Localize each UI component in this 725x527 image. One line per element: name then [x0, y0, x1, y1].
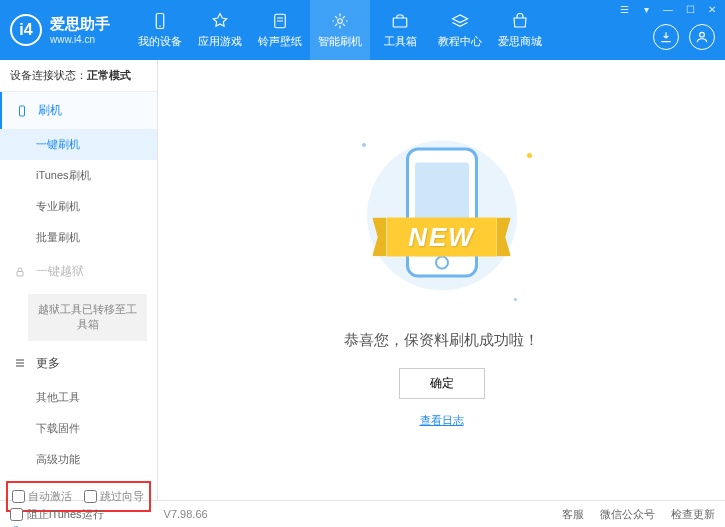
sidebar-item-batch-flash[interactable]: 批量刷机 — [0, 222, 157, 253]
nav-my-device[interactable]: 我的设备 — [130, 0, 190, 60]
lock-icon — [14, 266, 28, 278]
nav-label: 智能刷机 — [318, 34, 362, 49]
view-log-link[interactable]: 查看日志 — [420, 413, 464, 428]
download-button[interactable] — [653, 24, 679, 50]
app-subtitle: www.i4.cn — [50, 34, 110, 45]
nav-label: 教程中心 — [438, 34, 482, 49]
app-title: 爱思助手 — [50, 15, 110, 34]
svg-point-3 — [338, 19, 343, 24]
phone-icon — [16, 105, 30, 117]
nav-label: 应用游戏 — [198, 34, 242, 49]
nav-toolbox[interactable]: 工具箱 — [370, 0, 430, 60]
sidebar-item-itunes-flash[interactable]: iTunes刷机 — [0, 160, 157, 191]
success-illustration: NEW — [342, 133, 542, 313]
logo-icon: i4 — [10, 14, 42, 46]
sidebar-item-pro-flash[interactable]: 专业刷机 — [0, 191, 157, 222]
success-message: 恭喜您，保资料刷机成功啦！ — [344, 331, 539, 350]
nav-tutorials[interactable]: 教程中心 — [430, 0, 490, 60]
store-icon — [510, 11, 530, 31]
nav-label: 我的设备 — [138, 34, 182, 49]
auto-activate-checkbox[interactable]: 自动激活 — [12, 489, 72, 504]
list-icon — [14, 357, 28, 369]
nav-ringtones[interactable]: 铃声壁纸 — [250, 0, 310, 60]
window-controls: ☰ ▾ — ☐ ✕ — [617, 4, 719, 15]
sidebar-item-other-tools[interactable]: 其他工具 — [0, 382, 157, 413]
sidebar-item-onekey-flash[interactable]: 一键刷机 — [0, 129, 157, 160]
svg-rect-7 — [17, 271, 23, 276]
nav-label: 工具箱 — [384, 34, 417, 49]
jailbreak-note: 越狱工具已转移至工具箱 — [28, 294, 147, 341]
footer-link-wechat[interactable]: 微信公众号 — [600, 507, 655, 522]
menu-icon[interactable]: ☰ — [617, 4, 631, 15]
nav-label: 铃声壁纸 — [258, 34, 302, 49]
nav-apps[interactable]: 应用游戏 — [190, 0, 250, 60]
close-icon[interactable]: ✕ — [705, 4, 719, 15]
section-more[interactable]: 更多 — [0, 345, 157, 382]
confirm-button[interactable]: 确定 — [399, 368, 485, 399]
new-ribbon: NEW — [386, 217, 497, 256]
svg-rect-4 — [393, 18, 407, 27]
user-button[interactable] — [689, 24, 715, 50]
toolbox-icon — [390, 11, 410, 31]
flash-icon — [330, 11, 350, 31]
header-actions — [653, 24, 715, 50]
maximize-icon[interactable]: ☐ — [683, 4, 697, 15]
svg-point-5 — [700, 32, 705, 37]
sidebar-item-advanced[interactable]: 高级功能 — [0, 444, 157, 475]
minimize-icon[interactable]: — — [661, 4, 675, 15]
svg-point-1 — [159, 26, 161, 28]
nav-store[interactable]: 爱思商城 — [490, 0, 550, 60]
phone-illustration-icon — [406, 147, 478, 277]
lock-icon[interactable]: ▾ — [639, 4, 653, 15]
footer-link-support[interactable]: 客服 — [562, 507, 584, 522]
block-itunes-checkbox[interactable]: 阻止iTunes运行 — [10, 507, 104, 522]
section-jailbreak[interactable]: 一键越狱 — [0, 253, 157, 290]
book-icon — [450, 11, 470, 31]
main-nav: 我的设备 应用游戏 铃声壁纸 智能刷机 工具箱 教程中心 爱思商城 — [130, 0, 550, 60]
sidebar-item-download-fw[interactable]: 下载固件 — [0, 413, 157, 444]
nav-flash[interactable]: 智能刷机 — [310, 0, 370, 60]
device-status: 设备连接状态：正常模式 — [0, 60, 157, 92]
footer-link-update[interactable]: 检查更新 — [671, 507, 715, 522]
music-icon — [270, 11, 290, 31]
skip-guide-checkbox[interactable]: 跳过向导 — [84, 489, 144, 504]
app-header: i4 爱思助手 www.i4.cn 我的设备 应用游戏 铃声壁纸 智能刷机 工具… — [0, 0, 725, 60]
sidebar: 设备连接状态：正常模式 刷机 一键刷机 iTunes刷机 专业刷机 批量刷机 一… — [0, 60, 158, 500]
app-icon — [210, 11, 230, 31]
logo: i4 爱思助手 www.i4.cn — [10, 14, 110, 46]
version-label: V7.98.66 — [164, 508, 208, 520]
section-flash[interactable]: 刷机 — [0, 92, 157, 129]
main-content: NEW 恭喜您，保资料刷机成功啦！ 确定 查看日志 — [158, 60, 725, 500]
phone-icon — [150, 11, 170, 31]
nav-label: 爱思商城 — [498, 34, 542, 49]
svg-rect-6 — [20, 106, 25, 116]
